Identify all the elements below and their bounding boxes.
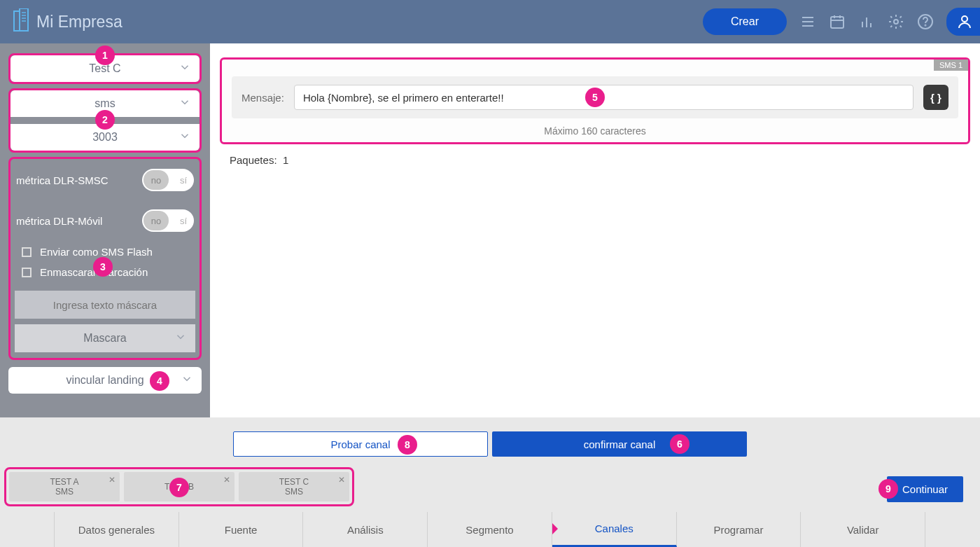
step-spacer — [925, 512, 980, 547]
number-select-value: 3003 — [92, 131, 118, 144]
chevron-down-icon — [174, 331, 187, 346]
main-content: 1 Test C sms 2 3003 métrica DLR-SMSC n — [0, 43, 980, 417]
channel-select-group: sms 2 3003 — [8, 88, 202, 153]
gear-icon[interactable] — [888, 13, 904, 30]
tab-name: TEST A — [50, 477, 78, 487]
svg-rect-1 — [20, 8, 28, 31]
packets-label: Paquetes: — [230, 154, 277, 166]
chevron-down-icon — [178, 96, 191, 111]
header-actions: Crear — [703, 8, 974, 36]
step-segmento[interactable]: Segmento — [428, 512, 552, 547]
close-icon[interactable]: ✕ — [338, 475, 345, 485]
step-canales[interactable]: Canales — [552, 512, 677, 547]
test-select-group: 1 Test C — [8, 53, 202, 84]
chevron-down-icon — [178, 130, 191, 145]
insert-variable-button[interactable]: { } — [923, 85, 948, 110]
step-fuente[interactable]: Fuente — [179, 512, 304, 547]
toggle-knob: no — [144, 170, 169, 190]
annotation-2: 2 — [95, 110, 115, 130]
calendar-icon[interactable] — [829, 13, 846, 30]
flash-checkbox[interactable] — [22, 247, 31, 257]
close-icon[interactable]: ✕ — [108, 475, 115, 485]
confirm-channel-label: confirmar canal — [584, 438, 656, 450]
metric-movil-toggle[interactable]: no sí — [142, 209, 194, 232]
channel-tabs: ✕ TEST A SMS ✕ TEST B 7 ✕ TEST C SMS — [4, 467, 354, 506]
message-row: Mensaje: 5 { } — [232, 76, 958, 118]
tab-test-b[interactable]: ✕ TEST B 7 — [124, 472, 234, 501]
continue-button[interactable]: 9 Continuar — [887, 476, 963, 502]
flash-checkbox-row: Enviar como SMS Flash — [15, 246, 195, 258]
metric-smsc-label: métrica DLR-SMSC — [16, 174, 108, 186]
user-badge[interactable] — [946, 8, 980, 36]
step-analisis[interactable]: Análisis — [303, 512, 428, 547]
link-landing-group: vincular landing 4 — [8, 367, 202, 394]
app-header: Mi Empresa Crear — [0, 0, 980, 43]
chevron-down-icon — [181, 373, 193, 388]
metrics-group: métrica DLR-SMSC no sí métrica DLR-Móvil… — [8, 157, 202, 360]
tab-name: TEST C — [279, 477, 309, 487]
bottom-section: Probar canal 8 confirmar canal 6 ✕ TEST … — [0, 417, 980, 547]
max-chars-label: Máximo 160 caracteres — [232, 125, 958, 137]
continue-label: Continuar — [902, 483, 948, 495]
packets-count: 1 — [283, 154, 288, 166]
mask-input[interactable] — [15, 291, 195, 319]
test-channel-button[interactable]: Probar canal 8 — [233, 431, 488, 457]
step-datos-generales[interactable]: Datos generales — [55, 512, 179, 547]
annotation-6: 6 — [670, 434, 690, 454]
mask-select-value: Mascara — [83, 332, 126, 345]
packets-info: Paquetes: 1 — [230, 154, 970, 166]
tab-type: SMS — [285, 487, 303, 497]
annotation-9: 9 — [878, 479, 898, 499]
content-area: SMS 1 Mensaje: 5 { } Máximo 160 caracter… — [210, 43, 980, 417]
annotation-4: 4 — [150, 371, 169, 391]
svg-point-16 — [894, 20, 898, 24]
list-icon[interactable] — [799, 13, 816, 30]
message-label: Mensaje: — [241, 92, 284, 104]
metric-smsc-row: métrica DLR-SMSC no sí — [15, 165, 195, 195]
confirm-channel-button[interactable]: confirmar canal 6 — [492, 431, 747, 457]
svg-point-18 — [925, 25, 926, 26]
toggle-knob: no — [144, 211, 169, 230]
annotation-1: 1 — [95, 46, 115, 65]
test-channel-label: Probar canal — [330, 438, 390, 450]
metric-movil-row: métrica DLR-Móvil no sí — [15, 205, 195, 236]
building-icon — [13, 8, 29, 35]
sidebar: 1 Test C sms 2 3003 métrica DLR-SMSC n — [0, 43, 210, 417]
toggle-si-label: sí — [180, 216, 187, 226]
close-icon[interactable]: ✕ — [223, 475, 230, 485]
step-spacer — [0, 512, 55, 547]
help-icon[interactable] — [917, 13, 934, 30]
wizard-steps: Datos generales Fuente Análisis Segmento… — [0, 512, 980, 547]
link-landing-value: vincular landing — [66, 374, 144, 387]
tab-test-a[interactable]: ✕ TEST A SMS — [9, 472, 120, 501]
annotation-8: 8 — [398, 435, 417, 455]
mask-select[interactable]: Mascara — [15, 324, 195, 352]
svg-rect-9 — [831, 17, 844, 28]
create-button[interactable]: Crear — [703, 8, 787, 35]
annotation-5: 5 — [585, 88, 605, 107]
sms-badge: SMS 1 — [934, 60, 968, 71]
step-validar[interactable]: Validar — [801, 512, 925, 547]
svg-point-19 — [962, 16, 967, 22]
action-buttons: Probar canal 8 confirmar canal 6 — [0, 417, 980, 457]
channel-select-value: sms — [94, 97, 115, 110]
tab-test-c[interactable]: ✕ TEST C SMS — [239, 472, 349, 501]
message-panel: SMS 1 Mensaje: 5 { } Máximo 160 caracter… — [220, 57, 970, 144]
mask-checkbox[interactable] — [22, 268, 31, 277]
flash-checkbox-label: Enviar como SMS Flash — [40, 246, 153, 258]
company-name: Mi Empresa — [36, 13, 122, 32]
link-landing-select[interactable]: vincular landing — [8, 367, 202, 394]
tab-type: SMS — [55, 487, 74, 497]
chevron-down-icon — [178, 61, 191, 76]
annotation-3: 3 — [93, 257, 113, 277]
logo-area: Mi Empresa — [13, 8, 122, 35]
annotation-7: 7 — [169, 478, 189, 497]
chart-icon[interactable] — [858, 13, 875, 30]
brace-icon: { } — [930, 92, 941, 104]
metric-smsc-toggle[interactable]: no sí — [142, 169, 194, 191]
step-programar[interactable]: Programar — [677, 512, 802, 547]
metric-movil-label: métrica DLR-Móvil — [16, 215, 102, 227]
toggle-si-label: sí — [180, 175, 187, 186]
